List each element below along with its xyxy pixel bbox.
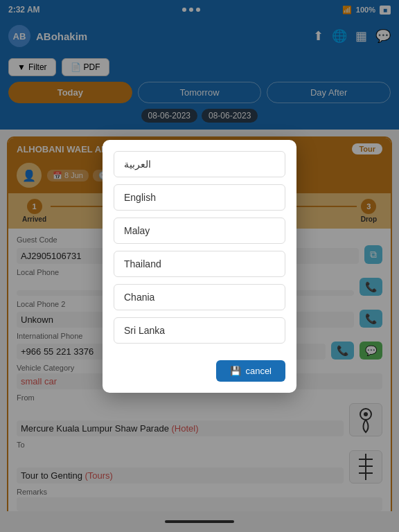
lang-arabic[interactable]: العربية (114, 151, 285, 177)
modal-body: العربية English Malay Thailand Chania Sr… (103, 140, 296, 355)
save-icon: 💾 (230, 366, 241, 376)
lang-malay[interactable]: Malay (114, 218, 285, 244)
lang-srilanka[interactable]: Sri Lanka (114, 317, 285, 344)
lang-thailand[interactable]: Thailand (114, 251, 285, 277)
cancel-label: cancel (245, 366, 272, 376)
cancel-button[interactable]: 💾 cancel (216, 360, 285, 382)
modal-overlay: العربية English Malay Thailand Chania Sr… (0, 0, 399, 532)
modal-footer: 💾 cancel (103, 355, 296, 393)
language-modal: العربية English Malay Thailand Chania Sr… (103, 140, 296, 393)
lang-chania[interactable]: Chania (114, 284, 285, 310)
lang-english[interactable]: English (114, 184, 285, 211)
